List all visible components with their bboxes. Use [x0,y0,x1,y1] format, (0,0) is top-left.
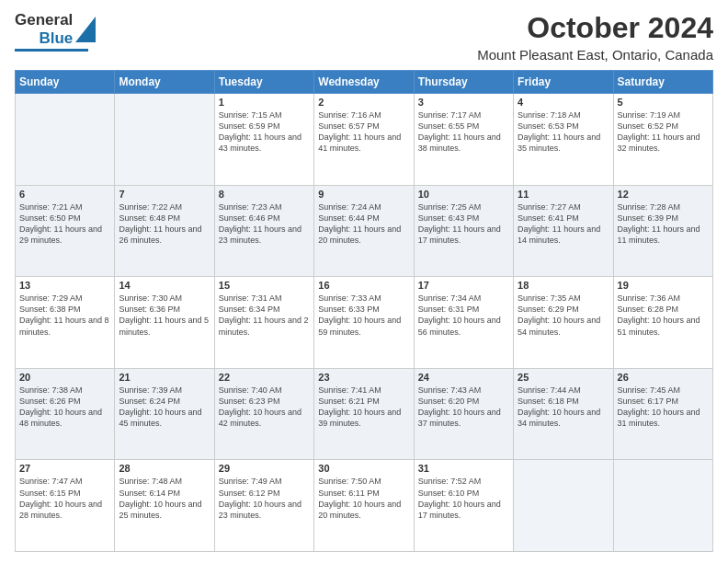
cell-content: Daylight: 11 hours and 29 minutes. [19,224,110,246]
weekday-header: Saturday [613,71,712,94]
weekday-header: Sunday [16,71,115,94]
day-number: 13 [19,280,110,291]
cell-content: Sunset: 6:55 PM [418,121,509,132]
cell-content: Daylight: 10 hours and 54 minutes. [518,315,609,337]
cell-content: Sunrise: 7:48 AM [119,476,210,487]
cell-content: Sunset: 6:46 PM [219,213,310,224]
calendar-cell: 20Sunrise: 7:38 AMSunset: 6:26 PMDayligh… [16,368,115,460]
cell-content: Sunset: 6:57 PM [318,121,409,132]
cell-content: Daylight: 11 hours and 5 minutes. [119,315,210,337]
header: General Blue October 2024 Mount Pleasant… [15,11,713,63]
day-number: 16 [318,280,409,291]
day-number: 12 [618,189,709,200]
cell-content: Sunrise: 7:35 AM [518,293,609,304]
cell-content: Sunset: 6:39 PM [618,213,709,224]
calendar-cell: 13Sunrise: 7:29 AMSunset: 6:38 PMDayligh… [16,277,115,369]
calendar-cell: 9Sunrise: 7:24 AMSunset: 6:44 PMDaylight… [314,185,414,277]
logo-general: General [15,11,73,29]
calendar-cell: 15Sunrise: 7:31 AMSunset: 6:34 PMDayligh… [214,277,313,369]
calendar-row: 1Sunrise: 7:15 AMSunset: 6:59 PMDaylight… [16,94,713,186]
day-number: 31 [418,463,509,474]
calendar-cell: 16Sunrise: 7:33 AMSunset: 6:33 PMDayligh… [314,277,414,369]
weekday-header: Wednesday [314,71,414,94]
cell-content: Daylight: 10 hours and 51 minutes. [618,315,709,337]
calendar-cell: 5Sunrise: 7:19 AMSunset: 6:52 PMDaylight… [613,94,712,186]
day-number: 19 [618,280,709,291]
day-number: 8 [219,189,310,200]
cell-content: Daylight: 11 hours and 38 minutes. [418,132,509,154]
day-number: 22 [219,372,310,383]
day-number: 24 [418,372,509,383]
cell-content: Daylight: 10 hours and 28 minutes. [19,499,110,521]
cell-content: Sunrise: 7:22 AM [119,201,210,213]
cell-content: Sunrise: 7:15 AM [219,109,310,121]
cell-content: Sunset: 6:33 PM [318,304,409,315]
cell-content: Daylight: 11 hours and 8 minutes. [19,315,110,337]
cell-content: Sunrise: 7:33 AM [318,293,409,304]
cell-content: Sunrise: 7:21 AM [19,201,110,213]
cell-content: Sunset: 6:44 PM [318,213,409,224]
calendar-cell: 24Sunrise: 7:43 AMSunset: 6:20 PMDayligh… [414,368,513,460]
day-number: 2 [318,97,409,108]
svg-marker-0 [75,17,96,42]
calendar-cell: 28Sunrise: 7:48 AMSunset: 6:14 PMDayligh… [115,460,214,552]
calendar-cell: 19Sunrise: 7:36 AMSunset: 6:28 PMDayligh… [613,277,712,369]
calendar-cell: 8Sunrise: 7:23 AMSunset: 6:46 PMDaylight… [214,185,313,277]
calendar-cell [16,94,115,186]
calendar-header-row: SundayMondayTuesdayWednesdayThursdayFrid… [16,71,713,94]
day-number: 10 [418,189,509,200]
day-number: 17 [418,280,509,291]
cell-content: Sunrise: 7:34 AM [418,293,509,304]
cell-content: Sunrise: 7:39 AM [119,385,210,396]
calendar-cell: 2Sunrise: 7:16 AMSunset: 6:57 PMDaylight… [314,94,414,186]
cell-content: Sunset: 6:12 PM [219,488,310,499]
cell-content: Daylight: 11 hours and 17 minutes. [418,224,509,246]
cell-content: Sunset: 6:10 PM [418,488,509,499]
cell-content: Daylight: 10 hours and 59 minutes. [318,315,409,337]
calendar-cell: 12Sunrise: 7:28 AMSunset: 6:39 PMDayligh… [613,185,712,277]
day-number: 4 [518,97,609,108]
day-number: 11 [518,189,609,200]
cell-content: Sunrise: 7:25 AM [418,201,509,213]
calendar-cell: 25Sunrise: 7:44 AMSunset: 6:18 PMDayligh… [514,368,613,460]
calendar-cell: 21Sunrise: 7:39 AMSunset: 6:24 PMDayligh… [115,368,214,460]
cell-content: Daylight: 11 hours and 14 minutes. [518,224,609,246]
month-title: October 2024 [477,11,713,45]
cell-content: Sunset: 6:50 PM [19,213,110,224]
cell-content: Sunrise: 7:47 AM [19,476,110,487]
cell-content: Sunset: 6:17 PM [618,396,709,407]
cell-content: Sunset: 6:14 PM [119,488,210,499]
cell-content: Sunset: 6:52 PM [618,121,709,132]
calendar-cell: 7Sunrise: 7:22 AMSunset: 6:48 PMDaylight… [115,185,214,277]
calendar-row: 6Sunrise: 7:21 AMSunset: 6:50 PMDaylight… [16,185,713,277]
calendar-cell: 22Sunrise: 7:40 AMSunset: 6:23 PMDayligh… [214,368,313,460]
weekday-header: Monday [115,71,214,94]
title-area: October 2024 Mount Pleasant East, Ontari… [477,11,713,63]
cell-content: Daylight: 11 hours and 11 minutes. [618,224,709,246]
cell-content: Sunrise: 7:27 AM [518,201,609,213]
cell-content: Sunrise: 7:29 AM [19,293,110,304]
weekday-header: Thursday [414,71,513,94]
calendar-row: 13Sunrise: 7:29 AMSunset: 6:38 PMDayligh… [16,277,713,369]
cell-content: Daylight: 10 hours and 39 minutes. [318,407,409,429]
cell-content: Sunrise: 7:50 AM [318,476,409,487]
cell-content: Sunset: 6:36 PM [119,304,210,315]
cell-content: Sunrise: 7:40 AM [219,385,310,396]
cell-content: Sunrise: 7:43 AM [418,385,509,396]
cell-content: Daylight: 10 hours and 34 minutes. [518,407,609,429]
calendar-cell [613,460,712,552]
cell-content: Sunrise: 7:36 AM [618,293,709,304]
calendar-cell: 3Sunrise: 7:17 AMSunset: 6:55 PMDaylight… [414,94,513,186]
cell-content: Sunset: 6:48 PM [119,213,210,224]
calendar-cell: 29Sunrise: 7:49 AMSunset: 6:12 PMDayligh… [214,460,313,552]
cell-content: Sunset: 6:11 PM [318,488,409,499]
cell-content: Daylight: 11 hours and 20 minutes. [318,224,409,246]
day-number: 23 [318,372,409,383]
cell-content: Sunset: 6:23 PM [219,396,310,407]
cell-content: Daylight: 11 hours and 26 minutes. [119,224,210,246]
cell-content: Sunrise: 7:28 AM [618,201,709,213]
day-number: 9 [318,189,409,200]
cell-content: Sunset: 6:53 PM [518,121,609,132]
cell-content: Sunrise: 7:23 AM [219,201,310,213]
cell-content: Sunset: 6:21 PM [318,396,409,407]
